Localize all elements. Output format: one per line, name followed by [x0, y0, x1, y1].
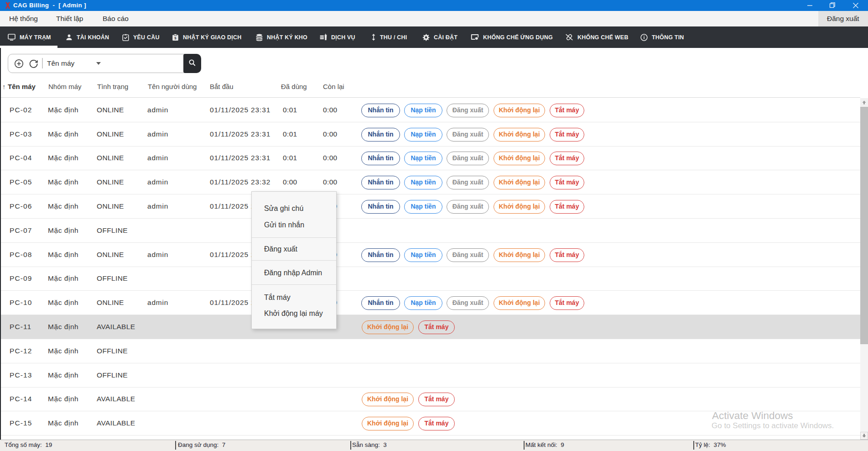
svg-text:$: $: [174, 36, 177, 40]
